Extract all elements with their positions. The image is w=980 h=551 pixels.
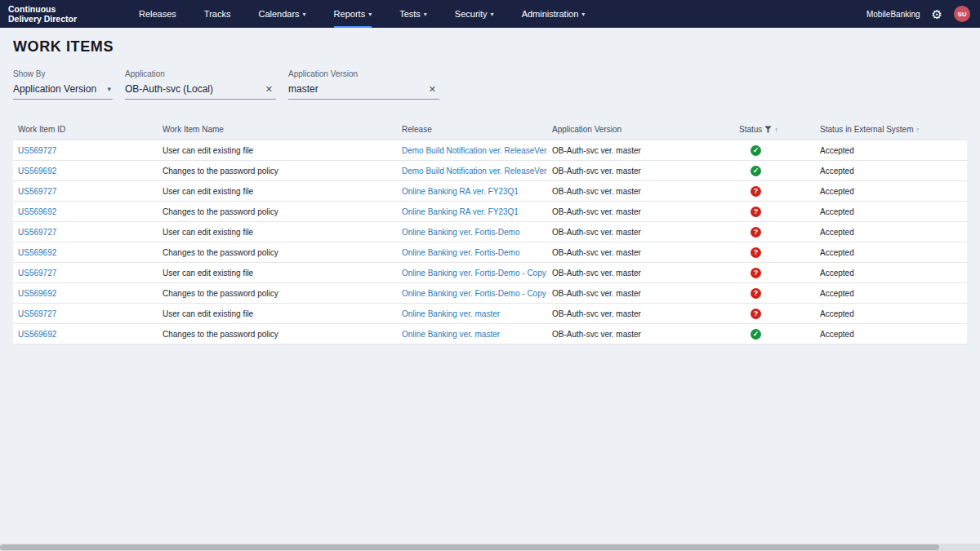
work-item-id-link[interactable]: US569692 [13,242,158,263]
application-version-value: OB-Auth-svc ver. master [547,283,734,304]
chevron-down-icon: ▾ [491,11,494,18]
chevron-down-icon: ▾ [303,11,306,18]
work-item-id-link[interactable]: US569692 [13,283,158,304]
external-status-value: Accepted [815,263,967,283]
nav-item-administration[interactable]: Administration ▾ [522,0,586,28]
application-field-wrap: ✕ [125,81,276,100]
table-row: US569727 User can edit existing file Onl… [13,181,967,202]
app-logo[interactable]: Continuous Delivery Director [8,4,105,24]
work-item-id-link[interactable]: US569692 [13,202,158,222]
external-status-value: Accepted [815,283,967,304]
sort-icon[interactable]: ↑ [774,126,778,134]
clear-icon[interactable]: ✕ [264,84,274,95]
application-version-field-wrap: ✕ [288,81,439,100]
col-header-work-item-id: Work Item ID [13,121,158,140]
table-row: US569692 Changes to the password policy … [13,242,967,263]
application-version-value: OB-Auth-svc ver. master [547,202,734,222]
status-cell: ✓ [734,161,815,181]
show-by-select[interactable]: Application Version ▾ [13,81,113,100]
gear-icon[interactable]: ⚙ [932,8,942,20]
application-version-value: OB-Auth-svc ver. master [547,263,734,283]
status-question-icon: ? [751,207,761,217]
work-item-id-link[interactable]: US569727 [13,181,158,202]
status-question-icon: ? [751,268,761,278]
work-item-id-link[interactable]: US569727 [13,263,158,283]
application-label: Application [125,69,276,78]
col-header-work-item-name: Work Item Name [158,121,397,140]
external-status-value: Accepted [815,161,967,181]
work-item-name: User can edit existing file [158,263,397,283]
tenant-selector[interactable]: MobileBanking [866,10,920,19]
release-link[interactable]: Online Banking ver. master [397,304,547,324]
release-link[interactable]: Online Banking ver. Fortis-Demo - Copy -… [397,283,547,304]
release-link[interactable]: Online Banking ver. Fortis-Demo [397,242,547,263]
nav-item-releases[interactable]: Releases [139,0,176,28]
nav-label: Reports [334,9,366,19]
external-status-value: Accepted [815,324,967,344]
chevron-down-icon[interactable]: ▾ [107,85,111,93]
application-version-input[interactable] [288,83,427,95]
external-status-value: Accepted [815,202,967,222]
col-header-release: Release [397,121,547,140]
application-version-filter: Application Version ✕ [288,69,439,100]
release-link[interactable]: Demo Build Notification ver. ReleaseVers… [397,161,547,181]
work-item-id-link[interactable]: US569692 [13,324,158,344]
release-link[interactable]: Online Banking RA ver. FY23Q1 [397,202,547,222]
work-item-id-link[interactable]: US569692 [13,161,158,181]
work-items-table-wrap: Work Item ID Work Item Name Release Appl… [13,121,967,344]
nav-label: Tracks [204,9,231,19]
release-link[interactable]: Online Banking ver. Fortis-Demo [397,222,547,242]
nav-item-reports[interactable]: Reports ▾ [334,0,372,28]
release-link[interactable]: Online Banking ver. Fortis-Demo - Copy -… [397,263,547,283]
nav-label: Security [455,9,488,19]
col-header-status: Status ↑ [734,121,815,140]
status-success-icon: ✓ [751,329,761,340]
nav-item-tracks[interactable]: Tracks [204,0,231,28]
sort-icon[interactable]: ↑ [916,126,920,134]
work-items-tbody: US569727 User can edit existing file Dem… [13,140,967,344]
table-row: US569692 Changes to the password policy … [13,283,967,304]
nav-label: Administration [522,9,579,19]
application-version-value: OB-Auth-svc ver. master [547,181,734,202]
work-item-id-link[interactable]: US569727 [13,304,158,324]
nav-item-calendars[interactable]: Calendars ▾ [258,0,305,28]
work-item-name: Changes to the password policy [158,202,397,222]
release-link[interactable]: Online Banking ver. master [397,324,547,344]
filter-icon[interactable] [764,126,772,133]
clear-icon[interactable]: ✕ [427,84,438,95]
chevron-down-icon: ▾ [581,11,585,18]
release-link[interactable]: Demo Build Notification ver. ReleaseVers… [397,140,547,161]
status-cell: ? [734,263,815,283]
col-header-status-label: Status [739,125,762,134]
work-item-name: Changes to the password policy [158,324,397,344]
nav-label: Releases [139,9,176,19]
work-item-id-link[interactable]: US569727 [13,140,158,161]
horizontal-scrollbar-thumb[interactable] [0,544,939,550]
filters-bar: Show By Application Version ▾ Applicatio… [13,69,967,100]
topbar-right: MobileBanking ⚙ SU [866,6,970,22]
nav-label: Tests [399,9,421,19]
application-input[interactable] [125,83,264,95]
col-header-status-external-label: Status in External System [820,125,914,134]
main-nav: Releases Tracks Calendars ▾ Reports ▾ Te… [139,0,585,28]
status-cell: ✓ [734,140,815,161]
status-question-icon: ? [751,186,761,197]
nav-item-tests[interactable]: Tests ▾ [399,0,427,28]
status-question-icon: ? [751,227,761,238]
work-item-name: User can edit existing file [158,181,397,202]
work-item-id-link[interactable]: US569727 [13,222,158,242]
external-status-value: Accepted [815,181,967,202]
release-link[interactable]: Online Banking RA ver. FY23Q1 [397,181,547,202]
show-by-filter: Show By Application Version ▾ [13,69,113,100]
work-item-name: Changes to the password policy [158,242,397,263]
status-cell: ? [734,304,815,324]
work-item-name: User can edit existing file [158,140,397,161]
work-items-table: Work Item ID Work Item Name Release Appl… [13,121,967,344]
application-version-value: OB-Auth-svc ver. master [547,222,734,242]
table-row: US569727 User can edit existing file Onl… [13,263,967,283]
avatar[interactable]: SU [954,6,970,22]
horizontal-scrollbar-track[interactable] [0,544,980,551]
status-cell: ✓ [734,324,815,344]
status-success-icon: ✓ [751,166,761,176]
nav-item-security[interactable]: Security ▾ [455,0,494,28]
